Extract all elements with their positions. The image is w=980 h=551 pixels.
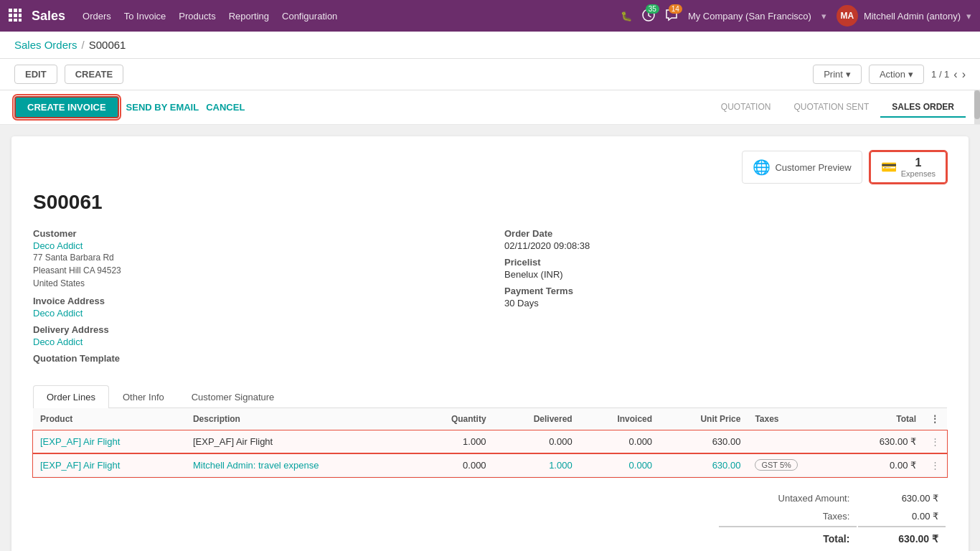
company-name[interactable]: My Company (San Francisco) [688,11,811,22]
customer-name[interactable]: Deco Addict [33,240,476,251]
action-button[interactable]: Action ▾ [869,65,924,84]
user-info[interactable]: MA Mitchell Admin (antony) ▾ [837,5,971,27]
document-title: S00061 [33,191,947,214]
row2-total: 0.00 ₹ [840,453,923,477]
tab-customer-signature[interactable]: Customer Signature [178,385,288,408]
pager: 1 / 1 ‹ › [931,68,966,81]
row1-more[interactable]: ⋮ [923,430,947,453]
nav-configuration[interactable]: Configuration [282,11,337,22]
order-tabs: Order Lines Other Info Customer Signatur… [33,385,947,408]
col-description: Description [186,408,413,430]
scrollbar[interactable] [974,90,980,124]
chat-badge[interactable]: 14 [665,9,678,24]
status-tabs: QUOTATION QUOTATION SENT SALES ORDER [710,98,966,118]
invoice-address-field: Invoice Address Deco Addict [33,296,476,319]
bug-icon[interactable]: 🐛 [621,11,632,22]
action-dropdown-icon: ▾ [908,69,913,80]
nav-reporting[interactable]: Reporting [229,11,269,22]
delivery-address-value[interactable]: Deco Addict [33,336,476,347]
row1-unit-price: 630.00 [659,430,748,453]
tab-order-lines[interactable]: Order Lines [33,385,109,408]
right-icons: 🐛 35 14 My Company (San Francisco) ▾ MA … [621,5,971,27]
pricelist-label: Pricelist [504,257,947,268]
edit-button[interactable]: EDIT [14,65,57,84]
taxes-value: 0.00 ₹ [858,508,946,524]
payment-terms-label: Payment Terms [504,286,947,296]
smart-buttons: 🌐 Customer Preview 💳 1 Expenses [33,151,947,184]
customer-preview-button[interactable]: 🌐 Customer Preview [742,151,862,184]
pricelist-field: Pricelist Benelux (INR) [504,257,947,280]
row2-product[interactable]: [EXP_AF] Air Flight [33,453,186,477]
invoice-address-label: Invoice Address [33,296,476,306]
col-more: ⋮ [923,408,947,430]
table-row: [EXP_AF] Air Flight Mitchell Admin: trav… [33,453,947,477]
svg-rect-0 [9,9,12,12]
row2-taxes: GST 5% [748,453,840,477]
svg-rect-6 [9,19,12,22]
print-button[interactable]: Print ▾ [813,65,862,84]
avatar: MA [837,5,858,27]
main-content: 🌐 Customer Preview 💳 1 Expenses S00061 [0,125,980,551]
nav-products[interactable]: Products [179,11,215,22]
pager-next[interactable]: › [962,68,966,81]
create-invoice-button[interactable]: CREATE INVOICE [14,96,119,118]
document-panel: 🌐 Customer Preview 💳 1 Expenses S00061 [11,136,969,551]
svg-rect-3 [9,14,12,17]
row2-invoiced: 0.000 [580,453,659,477]
nav-links: Orders To Invoice Products Reporting Con… [83,11,621,22]
nav-orders[interactable]: Orders [83,11,111,22]
row1-product[interactable]: [EXP_AF] Air Flight [33,430,186,453]
col-quantity: Quantity [413,408,493,430]
row1-delivered: 0.000 [494,430,580,453]
tab-quotation[interactable]: QUOTATION [710,98,783,118]
info-grid: Customer Deco Addict 77 Santa Barbara Rd… [33,228,947,371]
svg-rect-4 [14,14,17,17]
cancel-button[interactable]: CANCEL [206,102,245,113]
breadcrumb-parent[interactable]: Sales Orders [14,39,77,51]
send-by-email-button[interactable]: SEND BY EMAIL [126,102,199,113]
untaxed-label: Untaxed Amount: [719,490,857,507]
gst-badge: GST 5% [755,459,797,471]
create-button[interactable]: CREATE [65,65,123,84]
pager-prev[interactable]: ‹ [953,68,957,81]
svg-rect-1 [14,9,17,12]
order-date-field: Order Date 02/11/2020 09:08:38 [504,228,947,251]
customer-label: Customer [33,228,476,239]
user-dropdown-icon[interactable]: ▾ [966,11,971,22]
grid-icon[interactable] [9,9,22,24]
nav-to-invoice[interactable]: To Invoice [124,11,166,22]
svg-rect-5 [19,14,22,17]
totals-section: Untaxed Amount: 630.00 ₹ Taxes: 0.00 ₹ T… [33,489,947,549]
totals-table: Untaxed Amount: 630.00 ₹ Taxes: 0.00 ₹ T… [717,489,947,549]
col-unit-price: Unit Price [659,408,748,430]
untaxed-value: 630.00 ₹ [858,490,946,507]
row2-description[interactable]: Mitchell Admin: travel expense [186,453,413,477]
tab-other-info[interactable]: Other Info [109,385,178,408]
row1-taxes [748,430,840,453]
taxes-label: Taxes: [719,508,857,524]
order-date-value: 02/11/2020 09:08:38 [504,240,947,251]
delivery-address-field: Delivery Address Deco Addict [33,324,476,347]
col-total: Total [840,408,923,430]
order-table: Product Description Quantity Delivered I… [33,408,947,477]
quotation-template-field: Quotation Template [33,353,476,365]
payment-terms-field: Payment Terms 30 Days [504,286,947,309]
grand-total-value: 630.00 ₹ [858,526,946,547]
tab-quotation-sent[interactable]: QUOTATION SENT [782,98,880,118]
breadcrumb: Sales Orders / S00061 [0,32,980,59]
row2-more[interactable]: ⋮ [923,453,947,477]
chat-count: 14 [669,4,682,14]
grand-total-label: Total: [719,526,857,547]
print-dropdown-icon: ▾ [846,69,851,80]
invoice-address-value[interactable]: Deco Addict [33,308,476,319]
customer-address: 77 Santa Barbara RdPleasant Hill CA 9452… [33,251,476,290]
action-bar: EDIT CREATE Print ▾ Action ▾ 1 / 1 ‹ › [0,59,980,90]
row1-description: [EXP_AF] Air Flight [186,430,413,453]
company-dropdown-icon[interactable]: ▾ [821,11,826,22]
expenses-button[interactable]: 💳 1 Expenses [870,151,947,184]
table-row: [EXP_AF] Air Flight [EXP_AF] Air Flight … [33,430,947,453]
clock-badge[interactable]: 35 [642,9,655,24]
clock-count: 35 [646,4,659,14]
tab-sales-order[interactable]: SALES ORDER [880,98,966,118]
customer-preview-label: Customer Preview [775,162,851,173]
